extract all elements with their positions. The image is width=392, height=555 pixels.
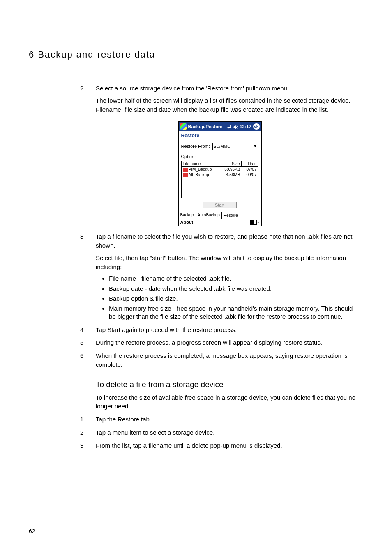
volume-icon[interactable]: ◀ξ <box>233 124 238 129</box>
bullet-item: Main memory free size - free space in yo… <box>109 304 359 321</box>
step-para: When the restore process is completed, a… <box>96 351 359 369</box>
step-item: 5 During the restore process, a progress… <box>80 338 359 350</box>
sip-keyboard-button[interactable]: ▴ <box>250 220 259 225</box>
chapter-title: 6 Backup and restore data <box>29 49 359 60</box>
step-number: 4 <box>80 325 96 338</box>
restore-from-select[interactable]: SD/MMC ▼ <box>212 143 258 150</box>
step-number: 1 <box>80 415 96 427</box>
select-value: SD/MMC <box>214 144 231 149</box>
step-item: 3 Tap a filename to select the file you … <box>80 232 359 324</box>
step-item: 6 When the restore process is completed,… <box>80 351 359 373</box>
cell-filename: PIM_Backup <box>189 167 212 172</box>
tab-bar: Backup AutoBackup Restore <box>179 212 261 219</box>
step-para: The lower half of the screen will displa… <box>96 96 359 114</box>
keyboard-icon <box>250 220 257 225</box>
file-table: File name Size Date PIM_Backup 50.95KB 0… <box>181 161 258 198</box>
bullet-list: File name - filename of the selected .ab… <box>96 274 359 321</box>
bullet-item: Backup date - date when the selected .ab… <box>109 285 359 293</box>
step-item: 2 Tap a menu item to select a storage de… <box>80 428 359 440</box>
step-number: 5 <box>80 338 96 350</box>
cell-date: 07/07 <box>242 167 258 172</box>
start-button[interactable]: Start <box>203 202 237 208</box>
step-text: During the restore process, a progress s… <box>96 338 359 350</box>
device-titlebar: Backup/Restore ⇄ ◀ξ 12:17 ok <box>179 122 261 131</box>
tab-backup[interactable]: Backup <box>179 212 196 219</box>
step-text: From the list, tap a filename until a de… <box>96 441 359 454</box>
bullet-item: File name - filename of the selected .ab… <box>109 274 359 283</box>
ok-button[interactable]: ok <box>253 123 260 130</box>
step-text: Select a source storage device from the … <box>96 84 359 117</box>
step-number: 6 <box>80 351 96 373</box>
connectivity-icon[interactable]: ⇄ <box>227 124 231 129</box>
step-item: 2 Select a source storage device from th… <box>80 84 359 117</box>
clock: 12:17 <box>240 124 251 129</box>
step-para: From the list, tap a filename until a de… <box>96 441 359 450</box>
footer-rule <box>29 525 359 525</box>
col-date[interactable]: Date <box>242 161 258 166</box>
cell-size: 50.95KB <box>221 167 242 172</box>
step-para: During the restore process, a progress s… <box>96 338 359 347</box>
bullet-item: Backup option & file size. <box>109 295 359 303</box>
step-para: Select file, then tap "start" button. Th… <box>96 253 359 272</box>
step-para: Tap a filename to select the file you wi… <box>96 232 359 250</box>
chevron-down-icon: ▼ <box>254 144 257 148</box>
page-footer: 62 <box>29 525 359 534</box>
step-number: 3 <box>80 232 96 324</box>
screen-title: Restore <box>179 131 261 142</box>
tab-autobackup[interactable]: AutoBackup <box>196 212 222 219</box>
step-para: Tap Start again to proceed with the rest… <box>96 325 359 334</box>
header-rule <box>29 67 359 67</box>
step-item: 1 Tap the Restore tab. <box>80 415 359 427</box>
device-screenshot: Backup/Restore ⇄ ◀ξ 12:17 ok Restore Res… <box>80 121 359 226</box>
step-number: 2 <box>80 428 96 440</box>
step-text: When the restore process is completed, a… <box>96 351 359 373</box>
step-para: Select a source storage device from the … <box>96 84 359 93</box>
step-para: Tap a menu item to select a storage devi… <box>96 428 359 437</box>
col-filename[interactable]: File name <box>182 161 221 166</box>
cell-size: 4.58MB <box>221 173 242 177</box>
bottom-bar: About ▴ <box>179 219 261 226</box>
col-size[interactable]: Size <box>221 161 242 166</box>
windows-logo-icon[interactable] <box>180 123 187 130</box>
step-number: 2 <box>80 84 96 117</box>
step-text: Tap a filename to select the file you wi… <box>96 232 359 324</box>
cell-date: 09/07 <box>242 173 258 177</box>
file-icon <box>183 173 188 177</box>
table-header: File name Size Date <box>182 161 258 167</box>
step-item: 3 From the list, tap a filename until a … <box>80 441 359 454</box>
sub-intro: To increase the size of available free s… <box>96 393 359 411</box>
step-number: 3 <box>80 441 96 454</box>
tab-restore[interactable]: Restore <box>222 212 240 219</box>
page-number: 62 <box>29 528 359 534</box>
step-item: 4 Tap Start again to proceed with the re… <box>80 325 359 338</box>
about-menu[interactable]: About <box>180 220 194 225</box>
chevron-up-icon: ▴ <box>257 220 259 224</box>
restore-from-label: Restore From: <box>181 144 210 149</box>
app-title: Backup/Restore <box>188 124 226 129</box>
option-label: Option: <box>179 151 261 160</box>
step-text: Tap the Restore tab. <box>96 415 359 427</box>
subheading: To delete a file from a storage device <box>96 380 359 389</box>
cell-filename: All_Backup <box>189 173 209 177</box>
table-row[interactable]: PIM_Backup 50.95KB 07/07 <box>182 167 258 172</box>
step-para: Tap the Restore tab. <box>96 415 359 424</box>
file-icon <box>183 168 188 172</box>
table-row[interactable]: All_Backup 4.58MB 09/07 <box>182 172 258 177</box>
step-text: Tap a menu item to select a storage devi… <box>96 428 359 440</box>
step-text: Tap Start again to proceed with the rest… <box>96 325 359 338</box>
device-frame: Backup/Restore ⇄ ◀ξ 12:17 ok Restore Res… <box>178 121 262 226</box>
